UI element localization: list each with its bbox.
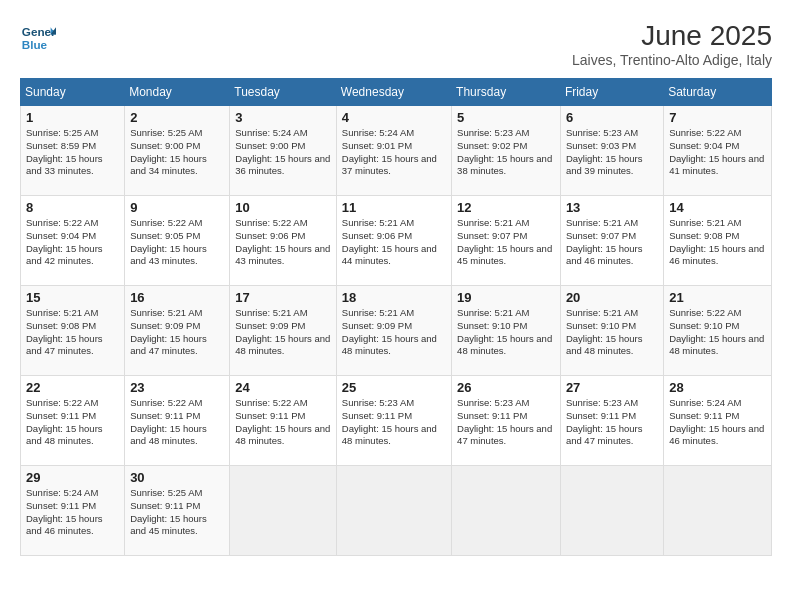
day-number: 26 — [457, 380, 555, 395]
logo: General Blue — [20, 20, 56, 56]
day-number: 24 — [235, 380, 331, 395]
day-number: 28 — [669, 380, 766, 395]
day-info: Sunrise: 5:23 AM Sunset: 9:03 PM Dayligh… — [566, 127, 658, 178]
day-info: Sunrise: 5:25 AM Sunset: 8:59 PM Dayligh… — [26, 127, 119, 178]
day-info: Sunrise: 5:23 AM Sunset: 9:11 PM Dayligh… — [566, 397, 658, 448]
calendar-cell: 13 Sunrise: 5:21 AM Sunset: 9:07 PM Dayl… — [560, 196, 663, 286]
day-info: Sunrise: 5:24 AM Sunset: 9:11 PM Dayligh… — [669, 397, 766, 448]
calendar-cell — [336, 466, 451, 556]
day-info: Sunrise: 5:23 AM Sunset: 9:02 PM Dayligh… — [457, 127, 555, 178]
day-info: Sunrise: 5:21 AM Sunset: 9:07 PM Dayligh… — [566, 217, 658, 268]
day-info: Sunrise: 5:21 AM Sunset: 9:09 PM Dayligh… — [235, 307, 331, 358]
day-info: Sunrise: 5:25 AM Sunset: 9:11 PM Dayligh… — [130, 487, 224, 538]
page-header: General Blue June 2025 Laives, Trentino-… — [20, 20, 772, 68]
day-number: 3 — [235, 110, 331, 125]
calendar-cell: 4 Sunrise: 5:24 AM Sunset: 9:01 PM Dayli… — [336, 106, 451, 196]
day-number: 13 — [566, 200, 658, 215]
day-info: Sunrise: 5:21 AM Sunset: 9:10 PM Dayligh… — [566, 307, 658, 358]
day-info: Sunrise: 5:22 AM Sunset: 9:04 PM Dayligh… — [669, 127, 766, 178]
weekday-header-friday: Friday — [560, 79, 663, 106]
weekday-header-monday: Monday — [125, 79, 230, 106]
calendar-cell: 17 Sunrise: 5:21 AM Sunset: 9:09 PM Dayl… — [230, 286, 337, 376]
calendar-cell: 12 Sunrise: 5:21 AM Sunset: 9:07 PM Dayl… — [452, 196, 561, 286]
day-info: Sunrise: 5:22 AM Sunset: 9:06 PM Dayligh… — [235, 217, 331, 268]
calendar-cell: 28 Sunrise: 5:24 AM Sunset: 9:11 PM Dayl… — [664, 376, 772, 466]
calendar-week-row: 22 Sunrise: 5:22 AM Sunset: 9:11 PM Dayl… — [21, 376, 772, 466]
calendar-cell: 21 Sunrise: 5:22 AM Sunset: 9:10 PM Dayl… — [664, 286, 772, 376]
calendar-cell: 16 Sunrise: 5:21 AM Sunset: 9:09 PM Dayl… — [125, 286, 230, 376]
day-number: 18 — [342, 290, 446, 305]
calendar-cell: 26 Sunrise: 5:23 AM Sunset: 9:11 PM Dayl… — [452, 376, 561, 466]
calendar-week-row: 1 Sunrise: 5:25 AM Sunset: 8:59 PM Dayli… — [21, 106, 772, 196]
day-number: 5 — [457, 110, 555, 125]
day-info: Sunrise: 5:21 AM Sunset: 9:08 PM Dayligh… — [26, 307, 119, 358]
calendar-cell — [230, 466, 337, 556]
day-info: Sunrise: 5:21 AM Sunset: 9:09 PM Dayligh… — [130, 307, 224, 358]
day-number: 15 — [26, 290, 119, 305]
logo-icon: General Blue — [20, 20, 56, 56]
calendar-cell: 8 Sunrise: 5:22 AM Sunset: 9:04 PM Dayli… — [21, 196, 125, 286]
day-number: 11 — [342, 200, 446, 215]
day-info: Sunrise: 5:22 AM Sunset: 9:11 PM Dayligh… — [130, 397, 224, 448]
weekday-header-saturday: Saturday — [664, 79, 772, 106]
calendar-cell: 7 Sunrise: 5:22 AM Sunset: 9:04 PM Dayli… — [664, 106, 772, 196]
weekday-header-sunday: Sunday — [21, 79, 125, 106]
calendar-cell: 6 Sunrise: 5:23 AM Sunset: 9:03 PM Dayli… — [560, 106, 663, 196]
calendar-cell: 25 Sunrise: 5:23 AM Sunset: 9:11 PM Dayl… — [336, 376, 451, 466]
day-number: 21 — [669, 290, 766, 305]
day-number: 16 — [130, 290, 224, 305]
day-number: 19 — [457, 290, 555, 305]
calendar-cell: 29 Sunrise: 5:24 AM Sunset: 9:11 PM Dayl… — [21, 466, 125, 556]
calendar-cell: 20 Sunrise: 5:21 AM Sunset: 9:10 PM Dayl… — [560, 286, 663, 376]
day-info: Sunrise: 5:22 AM Sunset: 9:10 PM Dayligh… — [669, 307, 766, 358]
calendar-cell: 11 Sunrise: 5:21 AM Sunset: 9:06 PM Dayl… — [336, 196, 451, 286]
day-info: Sunrise: 5:22 AM Sunset: 9:11 PM Dayligh… — [235, 397, 331, 448]
page-title: June 2025 — [572, 20, 772, 52]
calendar-cell — [664, 466, 772, 556]
day-info: Sunrise: 5:22 AM Sunset: 9:11 PM Dayligh… — [26, 397, 119, 448]
calendar-cell: 3 Sunrise: 5:24 AM Sunset: 9:00 PM Dayli… — [230, 106, 337, 196]
day-info: Sunrise: 5:21 AM Sunset: 9:06 PM Dayligh… — [342, 217, 446, 268]
calendar-cell: 1 Sunrise: 5:25 AM Sunset: 8:59 PM Dayli… — [21, 106, 125, 196]
calendar-cell: 23 Sunrise: 5:22 AM Sunset: 9:11 PM Dayl… — [125, 376, 230, 466]
day-number: 22 — [26, 380, 119, 395]
calendar-cell: 24 Sunrise: 5:22 AM Sunset: 9:11 PM Dayl… — [230, 376, 337, 466]
day-number: 8 — [26, 200, 119, 215]
day-number: 23 — [130, 380, 224, 395]
page-subtitle: Laives, Trentino-Alto Adige, Italy — [572, 52, 772, 68]
calendar-cell: 30 Sunrise: 5:25 AM Sunset: 9:11 PM Dayl… — [125, 466, 230, 556]
calendar-cell: 27 Sunrise: 5:23 AM Sunset: 9:11 PM Dayl… — [560, 376, 663, 466]
calendar-cell: 22 Sunrise: 5:22 AM Sunset: 9:11 PM Dayl… — [21, 376, 125, 466]
calendar-cell: 15 Sunrise: 5:21 AM Sunset: 9:08 PM Dayl… — [21, 286, 125, 376]
day-info: Sunrise: 5:21 AM Sunset: 9:09 PM Dayligh… — [342, 307, 446, 358]
day-info: Sunrise: 5:24 AM Sunset: 9:01 PM Dayligh… — [342, 127, 446, 178]
day-info: Sunrise: 5:22 AM Sunset: 9:04 PM Dayligh… — [26, 217, 119, 268]
day-info: Sunrise: 5:23 AM Sunset: 9:11 PM Dayligh… — [457, 397, 555, 448]
calendar-week-row: 29 Sunrise: 5:24 AM Sunset: 9:11 PM Dayl… — [21, 466, 772, 556]
calendar-cell: 9 Sunrise: 5:22 AM Sunset: 9:05 PM Dayli… — [125, 196, 230, 286]
weekday-header-row: SundayMondayTuesdayWednesdayThursdayFrid… — [21, 79, 772, 106]
day-number: 10 — [235, 200, 331, 215]
calendar-cell — [560, 466, 663, 556]
calendar-cell: 14 Sunrise: 5:21 AM Sunset: 9:08 PM Dayl… — [664, 196, 772, 286]
weekday-header-thursday: Thursday — [452, 79, 561, 106]
day-info: Sunrise: 5:24 AM Sunset: 9:00 PM Dayligh… — [235, 127, 331, 178]
day-number: 30 — [130, 470, 224, 485]
day-number: 20 — [566, 290, 658, 305]
day-number: 7 — [669, 110, 766, 125]
day-info: Sunrise: 5:21 AM Sunset: 9:07 PM Dayligh… — [457, 217, 555, 268]
weekday-header-tuesday: Tuesday — [230, 79, 337, 106]
day-info: Sunrise: 5:23 AM Sunset: 9:11 PM Dayligh… — [342, 397, 446, 448]
calendar-cell: 18 Sunrise: 5:21 AM Sunset: 9:09 PM Dayl… — [336, 286, 451, 376]
title-area: June 2025 Laives, Trentino-Alto Adige, I… — [572, 20, 772, 68]
day-number: 2 — [130, 110, 224, 125]
day-info: Sunrise: 5:22 AM Sunset: 9:05 PM Dayligh… — [130, 217, 224, 268]
day-info: Sunrise: 5:21 AM Sunset: 9:10 PM Dayligh… — [457, 307, 555, 358]
calendar-table: SundayMondayTuesdayWednesdayThursdayFrid… — [20, 78, 772, 556]
svg-text:Blue: Blue — [22, 38, 48, 51]
calendar-cell — [452, 466, 561, 556]
day-number: 9 — [130, 200, 224, 215]
day-number: 1 — [26, 110, 119, 125]
calendar-cell: 2 Sunrise: 5:25 AM Sunset: 9:00 PM Dayli… — [125, 106, 230, 196]
day-number: 14 — [669, 200, 766, 215]
